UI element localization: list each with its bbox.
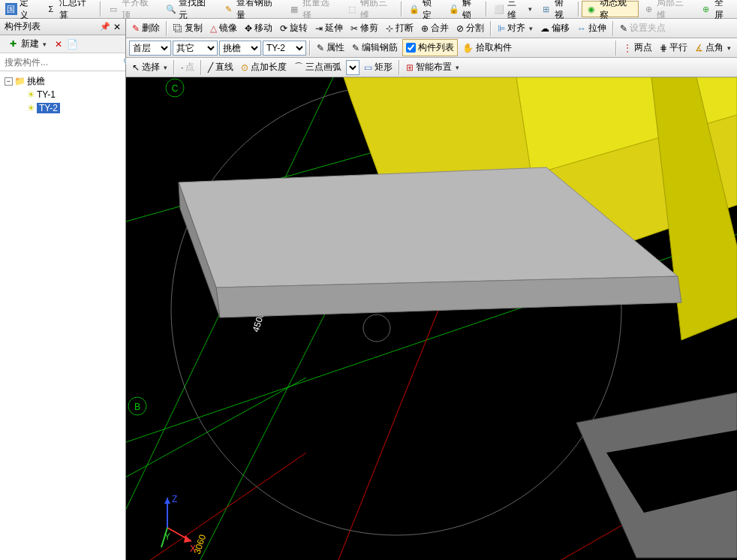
fullscreen-button[interactable]: ⊕全屏 [696, 1, 735, 17]
sidebar: 构件列表 📌 ✕ ✚新建 ✕ 📄 🔍 − 📁 挑檐 ☀ TY-1 [0, 19, 126, 560]
complist-checkbox[interactable] [406, 43, 416, 53]
trim-icon: ✂ [350, 23, 358, 34]
viewport-3d[interactable]: C B 860 4500 3060 [126, 77, 737, 560]
new-label: 新建 [21, 38, 39, 50]
separator [100, 2, 101, 17]
viewrebar-button[interactable]: ✎查看钢筋量 [218, 1, 284, 17]
lock-button[interactable]: 🔒锁定 [405, 1, 444, 17]
pointangle-button[interactable]: ∡点角 [692, 40, 734, 56]
label: 直线 [215, 61, 233, 74]
split-button[interactable]: ⊘分割 [453, 20, 487, 37]
merge-button[interactable]: ⊕合并 [418, 20, 452, 37]
lock-icon: 🔒 [408, 3, 420, 15]
type-select[interactable]: 其它 [173, 41, 218, 56]
category-select[interactable]: 挑檐 [219, 41, 261, 56]
main-area: 构件列表 📌 ✕ ✚新建 ✕ 📄 🔍 − 📁 挑檐 ☀ TY-1 [0, 19, 737, 560]
tree-item[interactable]: ☀ TY-2 [2, 101, 124, 115]
delete-component-icon[interactable]: ✕ [55, 39, 62, 50]
align-button[interactable]: ⊫对齐 [495, 20, 536, 37]
threearc-button[interactable]: ⌒三点画弧 [291, 59, 344, 76]
tree-root[interactable]: − 📁 挑檐 [2, 74, 124, 88]
search-input[interactable] [2, 56, 120, 69]
merge-icon: ⊕ [421, 23, 429, 34]
label: 延伸 [325, 22, 343, 35]
separator [612, 21, 614, 36]
tree-item[interactable]: ☀ TY-1 [2, 88, 124, 101]
setgrip-button[interactable]: ✎设置夹点 [617, 20, 669, 37]
twopoint-button[interactable]: ⋮两点 [620, 40, 655, 56]
select-button[interactable]: ↖选择 [129, 59, 170, 76]
rebar-icon: ✎ [222, 3, 234, 15]
node-icon: ☀ [27, 89, 35, 100]
label: 拾取构件 [476, 41, 512, 54]
extend-button[interactable]: ⇥延伸 [312, 20, 346, 37]
offset-button[interactable]: ☁偏移 [537, 20, 573, 37]
stretch-button[interactable]: ↔拉伸 [574, 20, 609, 37]
separator [399, 60, 400, 75]
pick-icon: ✋ [462, 43, 474, 53]
rotate-button[interactable]: ⟳旋转 [277, 20, 311, 37]
move-button[interactable]: ✥移动 [242, 20, 275, 37]
view3d-button[interactable]: ⬜三维 [489, 1, 536, 17]
content-area: ✎删除 ⿻复制 △镜像 ✥移动 ⟳旋转 ⇥延伸 ✂修剪 ⊹打断 ⊕合并 ⊘分割 … [126, 19, 737, 560]
collapse-icon[interactable]: − [5, 77, 13, 86]
mirror-button[interactable]: △镜像 [207, 20, 240, 37]
main-toolbar: 国定义 Σ汇总计算 ▭平齐板顶 🔍查找图元 ✎查看钢筋量 ▦批量选择 ⬚钢筋三维… [0, 0, 737, 19]
aligntop-button[interactable]: ▭平齐板顶 [104, 1, 160, 17]
svg-line-4 [126, 378, 306, 498]
floor-select[interactable]: 首层 [129, 41, 171, 56]
svg-marker-23 [164, 498, 170, 504]
copy-button[interactable]: ⿻复制 [170, 20, 206, 37]
separator [490, 21, 492, 36]
pin-icon[interactable]: 📌 [100, 22, 110, 32]
label: 删除 [142, 22, 160, 35]
break-button[interactable]: ⊹打断 [383, 20, 417, 37]
define-button[interactable]: 国定义 [2, 1, 41, 17]
component-tree: − 📁 挑檐 ☀ TY-1 ☀ TY-2 [0, 71, 125, 560]
parallel-button[interactable]: ⋕平行 [657, 40, 690, 56]
unlock-button[interactable]: 🔓解锁 [444, 1, 483, 17]
component-select[interactable]: TY-2 [263, 41, 306, 56]
fullscreen-icon: ⊕ [700, 3, 712, 15]
props-button[interactable]: ✎属性 [314, 40, 347, 56]
orbit-button[interactable]: ◉动态观察 [582, 1, 638, 17]
separator [200, 60, 202, 75]
arc-select[interactable] [346, 60, 359, 75]
label: 镜像 [219, 22, 237, 35]
offset-icon: ☁ [540, 23, 549, 34]
rect-button[interactable]: ▭矩形 [361, 59, 396, 76]
pick-button[interactable]: ✋拾取构件 [459, 40, 515, 56]
smart-button[interactable]: ⊞智能布置 [403, 59, 462, 76]
findview-button[interactable]: 🔍查找图元 [161, 1, 218, 17]
delete-button[interactable]: ✎删除 [129, 20, 163, 37]
editrebar-button[interactable]: ✎编辑钢筋 [349, 40, 401, 56]
props-icon: ✎ [317, 43, 324, 53]
label: 编辑钢筋 [362, 41, 398, 54]
panel-toolbar: ✚新建 ✕ 📄 [0, 35, 125, 53]
topview-button[interactable]: ⊞俯视 [537, 1, 576, 17]
complist-toggle[interactable]: 构件列表 [402, 39, 458, 56]
point-button[interactable]: ·点 [178, 59, 197, 76]
copy-component-icon[interactable]: 📄 [67, 39, 78, 50]
new-component-button[interactable]: ✚新建 [3, 36, 50, 53]
batchsel-button[interactable]: ▦批量选择 [284, 1, 341, 17]
trim-button[interactable]: ✂修剪 [347, 20, 381, 37]
sumcalc-button[interactable]: Σ汇总计算 [41, 1, 98, 17]
separator [486, 2, 487, 17]
orbit-icon: ◉ [585, 3, 597, 15]
rebar3d-button[interactable]: ⬚钢筋三维 [342, 1, 399, 17]
local3d-icon: ⊕ [643, 3, 655, 15]
close-panel-icon[interactable]: ✕ [113, 22, 121, 32]
label: 复制 [185, 22, 203, 35]
svg-point-12 [363, 315, 390, 342]
arclen-button[interactable]: ⊙点加长度 [238, 59, 290, 76]
separator [166, 21, 167, 36]
gizmo-x: X [190, 543, 196, 554]
delete-icon: ✎ [132, 23, 140, 34]
unlock-icon: 🔓 [448, 3, 460, 15]
label: 选择 [142, 61, 160, 74]
line-button[interactable]: ╱直线 [205, 59, 236, 76]
angle-icon: ∡ [695, 43, 703, 53]
local3d-button[interactable]: ⊕局部三维 [639, 1, 696, 17]
parallel-icon: ⋕ [660, 43, 667, 53]
